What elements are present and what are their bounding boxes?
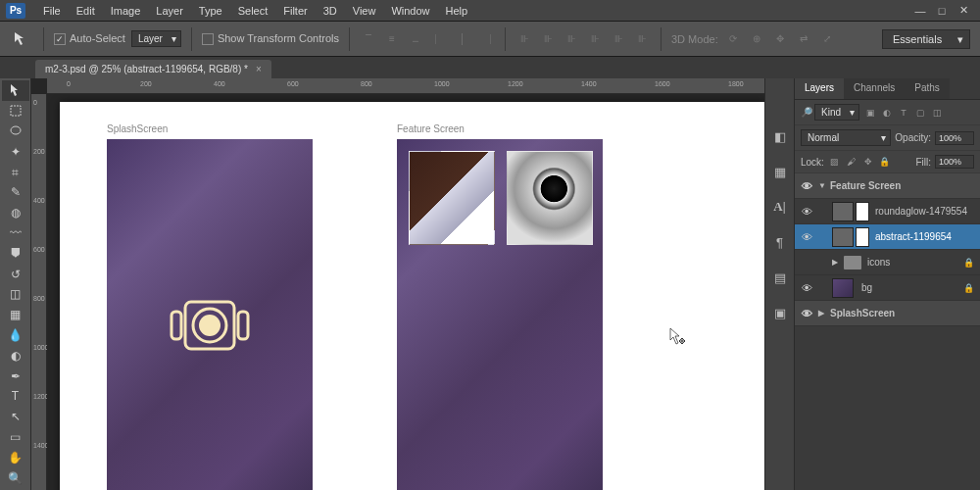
crop-tool[interactable]: ⌗ <box>2 162 29 182</box>
heal-tool[interactable]: ◍ <box>2 203 29 223</box>
3d-pan-icon[interactable]: ✥ <box>771 30 789 48</box>
type-tool[interactable]: T <box>2 386 29 407</box>
menu-image[interactable]: Image <box>103 2 149 20</box>
align-vcenter-icon[interactable]: ≡ <box>383 30 401 48</box>
auto-select-checkbox[interactable]: Auto-Select <box>54 32 125 45</box>
align-bottom-icon[interactable]: ⎽ <box>407 30 424 48</box>
layer-abstract[interactable]: 👁 abstract-1199654 <box>795 224 980 250</box>
lasso-tool[interactable] <box>2 122 29 142</box>
lock-pixels-icon[interactable]: 🖌 <box>845 155 858 169</box>
close-icon[interactable]: × <box>256 64 262 74</box>
workspace-dropdown[interactable]: Essentials <box>882 29 970 49</box>
tab-paths[interactable]: Paths <box>905 78 950 99</box>
window-maximize-button[interactable]: □ <box>931 3 953 19</box>
gradient-tool[interactable]: ▦ <box>2 305 29 325</box>
paragraph-panel-icon[interactable]: ¶ <box>771 233 789 251</box>
3d-slide-icon[interactable]: ⇄ <box>795 30 812 48</box>
opacity-input[interactable]: 100% <box>935 131 974 145</box>
layer-group-icons[interactable]: ▶ icons 🔒 <box>795 250 980 275</box>
document-tab[interactable]: m2-3.psd @ 25% (abstract-1199654, RGB/8)… <box>35 60 271 78</box>
align-top-icon[interactable]: ⎺ <box>360 30 377 48</box>
history-brush-tool[interactable]: ↺ <box>2 264 29 284</box>
window-minimize-button[interactable]: — <box>909 3 931 19</box>
disclosure-triangle-icon[interactable]: ▶ <box>832 258 844 267</box>
stamp-tool[interactable]: ⛊ <box>2 243 29 264</box>
blend-mode-dropdown[interactable]: Normal <box>801 129 891 146</box>
swatches-panel-icon[interactable]: ▦ <box>771 163 789 180</box>
character-panel-icon[interactable]: A| <box>771 198 789 216</box>
auto-select-target-dropdown[interactable]: Layer <box>131 30 181 47</box>
zoom-tool[interactable]: 🔍 <box>2 467 29 488</box>
filter-kind-dropdown[interactable]: Kind <box>814 104 859 121</box>
filter-kind-icon[interactable]: 🔎 <box>801 107 810 118</box>
lock-position-icon[interactable]: ✥ <box>861 155 875 169</box>
pen-tool[interactable]: ✒ <box>2 366 29 386</box>
filter-shape-icon[interactable]: ▢ <box>913 106 927 120</box>
eraser-tool[interactable]: ◫ <box>2 284 29 305</box>
filter-smart-icon[interactable]: ◫ <box>930 106 944 120</box>
distribute-4-icon[interactable]: ⊪ <box>586 30 604 48</box>
menu-help[interactable]: Help <box>438 2 476 20</box>
layer-bg[interactable]: 👁 bg 🔒 <box>795 275 980 301</box>
filter-type-icon[interactable]: T <box>897 106 910 120</box>
history-panel-icon[interactable]: ▤ <box>771 269 789 286</box>
menu-view[interactable]: View <box>345 2 384 20</box>
menu-layer[interactable]: Layer <box>148 2 191 20</box>
visibility-toggle[interactable]: 👁 <box>795 308 818 319</box>
distribute-2-icon[interactable]: ⊪ <box>539 30 557 48</box>
align-hcenter-icon[interactable]: │ <box>454 30 471 48</box>
layer-group-splash[interactable]: 👁 ▶ SplashScreen <box>795 301 980 326</box>
menu-edit[interactable]: Edit <box>69 2 103 20</box>
lock-transparency-icon[interactable]: ▨ <box>828 155 842 169</box>
feature-screen-artboard[interactable] <box>397 139 603 490</box>
splash-screen-artboard[interactable] <box>107 139 313 490</box>
disclosure-triangle-icon[interactable]: ▶ <box>818 309 830 318</box>
menu-window[interactable]: Window <box>383 2 437 20</box>
marquee-tool[interactable] <box>2 101 29 122</box>
shape-tool[interactable]: ▭ <box>2 427 29 448</box>
visibility-toggle[interactable]: 👁 <box>795 180 818 192</box>
distribute-5-icon[interactable]: ⊪ <box>610 30 627 48</box>
tab-layers[interactable]: Layers <box>795 78 844 99</box>
image-thumb-2[interactable] <box>507 151 593 245</box>
3d-roll-icon[interactable]: ⊕ <box>748 30 765 48</box>
menu-file[interactable]: File <box>35 2 69 20</box>
show-transform-checkbox[interactable]: Show Transform Controls <box>202 32 339 45</box>
distribute-3-icon[interactable]: ⊪ <box>563 30 580 48</box>
visibility-toggle[interactable]: 👁 <box>795 282 818 294</box>
filter-pixel-icon[interactable]: ▣ <box>863 106 877 120</box>
3d-orbit-icon[interactable]: ⟳ <box>724 30 742 48</box>
3d-zoom-icon[interactable]: ⤢ <box>818 30 836 48</box>
color-panel-icon[interactable]: ◧ <box>771 127 789 145</box>
layer-roundaglow[interactable]: 👁 roundaglow-1479554 <box>795 199 980 224</box>
blur-tool[interactable]: 💧 <box>2 325 29 346</box>
path-tool[interactable]: ↖ <box>2 407 29 427</box>
page-artboard[interactable]: SplashScreen Feature Screen <box>60 102 764 490</box>
distribute-6-icon[interactable]: ⊪ <box>633 30 651 48</box>
disclosure-triangle-icon[interactable]: ▼ <box>818 181 830 190</box>
menu-3d[interactable]: 3D <box>316 2 345 20</box>
fill-input[interactable]: 100% <box>935 155 974 169</box>
menu-filter[interactable]: Filter <box>275 2 315 20</box>
canvas-area[interactable]: 020040060080010001200140016001800 020040… <box>31 78 764 490</box>
wand-tool[interactable]: ✦ <box>2 141 29 162</box>
menu-type[interactable]: Type <box>191 2 230 20</box>
brush-tool[interactable]: 〰 <box>2 223 29 244</box>
tab-channels[interactable]: Channels <box>844 78 905 99</box>
image-thumb-1[interactable] <box>409 151 495 245</box>
move-tool[interactable] <box>2 80 29 101</box>
properties-panel-icon[interactable]: ▣ <box>771 304 789 321</box>
visibility-toggle[interactable]: 👁 <box>795 231 818 243</box>
distribute-1-icon[interactable]: ⊪ <box>515 30 533 48</box>
layer-group-feature[interactable]: 👁 ▼ Feature Screen <box>795 173 980 199</box>
filter-adjust-icon[interactable]: ◐ <box>880 106 894 120</box>
eyedropper-tool[interactable]: ✎ <box>2 182 29 203</box>
hand-tool[interactable]: ✋ <box>2 447 29 467</box>
lock-all-icon[interactable]: 🔒 <box>878 155 892 169</box>
menu-select[interactable]: Select <box>230 2 276 20</box>
dodge-tool[interactable]: ◐ <box>2 345 29 366</box>
align-right-icon[interactable]: ⎹ <box>477 30 495 48</box>
visibility-toggle[interactable]: 👁 <box>795 206 818 218</box>
align-left-icon[interactable]: ⎸ <box>430 30 448 48</box>
window-close-button[interactable]: ✕ <box>953 3 974 19</box>
